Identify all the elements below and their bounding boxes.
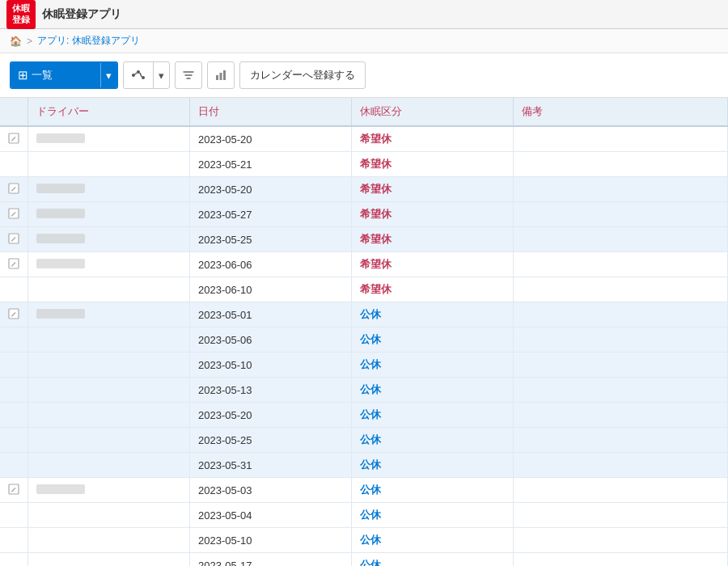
row-edit-icon[interactable] xyxy=(8,133,19,146)
type-cell: 公休 xyxy=(352,478,514,503)
row-edit-icon[interactable] xyxy=(8,484,19,497)
table-content: ドライバー 日付 休眠区分 備考 2023-05-20希望休2023-05-21… xyxy=(0,98,728,566)
row-edit-cell xyxy=(0,277,28,302)
row-edit-cell xyxy=(0,126,28,152)
date-cell: 2023-05-17 xyxy=(190,553,352,567)
type-cell: 公休 xyxy=(352,428,514,453)
date-cell: 2023-06-10 xyxy=(190,277,352,302)
row-edit-icon[interactable] xyxy=(8,234,19,247)
type-cell: 希望休 xyxy=(352,252,514,277)
svg-line-4 xyxy=(140,73,142,77)
table-scroll-container[interactable]: ドライバー 日付 休眠区分 備考 2023-05-20希望休2023-05-21… xyxy=(0,98,728,566)
row-edit-cell xyxy=(0,227,28,252)
date-cell: 2023-05-10 xyxy=(190,353,352,378)
graph-icon xyxy=(124,62,153,88)
driver-cell xyxy=(28,353,190,378)
table-row: 2023-06-06希望休 xyxy=(0,252,728,277)
row-edit-icon[interactable] xyxy=(8,259,19,272)
svg-rect-6 xyxy=(220,73,222,80)
bar-chart-icon xyxy=(214,69,227,82)
date-cell: 2023-05-03 xyxy=(190,478,352,503)
note-cell xyxy=(514,428,728,453)
svg-rect-5 xyxy=(216,75,218,80)
date-cell: 2023-05-06 xyxy=(190,327,352,353)
svg-line-3 xyxy=(135,73,137,74)
driver-cell xyxy=(28,202,190,227)
type-cell: 公休 xyxy=(352,453,514,478)
date-cell: 2023-05-20 xyxy=(190,126,352,152)
driver-cell xyxy=(28,503,190,528)
date-cell: 2023-05-25 xyxy=(190,227,352,252)
filter-button[interactable] xyxy=(175,61,202,89)
table-row: 2023-05-25希望休 xyxy=(0,227,728,252)
table-row: 2023-05-20希望休 xyxy=(0,177,728,202)
note-cell xyxy=(514,152,728,177)
driver-cell xyxy=(28,428,190,453)
table-row: 2023-05-20公休 xyxy=(0,403,728,428)
note-cell xyxy=(514,528,728,553)
table-row: 2023-05-31公休 xyxy=(0,453,728,478)
col-edit xyxy=(0,98,28,126)
col-date: 日付 xyxy=(190,98,352,126)
bar-chart-button[interactable] xyxy=(207,61,235,89)
app-icon: 休暇 登録 xyxy=(6,0,36,29)
type-cell: 公休 xyxy=(352,403,514,428)
col-driver: ドライバー xyxy=(28,98,190,126)
driver-cell xyxy=(28,327,190,353)
note-cell xyxy=(514,227,728,252)
graph-button[interactable]: ▾ xyxy=(123,61,170,89)
row-edit-icon[interactable] xyxy=(8,184,19,196)
note-cell xyxy=(514,503,728,528)
breadcrumb: 🏠 > アプリ: 休眠登録アプリ xyxy=(0,29,728,53)
type-cell: 公休 xyxy=(352,302,514,327)
view-dropdown-button[interactable]: ▾ xyxy=(100,63,116,87)
driver-cell xyxy=(28,453,190,478)
view-list-button[interactable]: ⊞ 一覧 xyxy=(11,63,100,87)
note-cell xyxy=(514,252,728,277)
home-icon[interactable]: 🏠 xyxy=(10,36,22,47)
table-row: 2023-05-04公休 xyxy=(0,503,728,528)
note-cell xyxy=(514,202,728,227)
note-cell xyxy=(514,378,728,403)
note-cell xyxy=(514,177,728,202)
driver-cell xyxy=(28,126,190,152)
list-grid-icon: ⊞ xyxy=(18,68,28,82)
calendar-register-button[interactable]: カレンダーへ登録する xyxy=(239,61,366,89)
date-cell: 2023-05-20 xyxy=(190,403,352,428)
driver-cell xyxy=(28,528,190,553)
col-note: 備考 xyxy=(514,98,728,126)
table-row: 2023-05-06公休 xyxy=(0,327,728,353)
driver-cell xyxy=(28,478,190,503)
row-edit-cell xyxy=(0,553,28,567)
table-row: 2023-05-10公休 xyxy=(0,528,728,553)
app-header: 休暇 登録 休眠登録アプリ xyxy=(0,0,728,29)
table-row: 2023-05-27希望休 xyxy=(0,202,728,227)
table-row: 2023-05-20希望休 xyxy=(0,126,728,152)
type-cell: 公休 xyxy=(352,553,514,567)
type-cell: 希望休 xyxy=(352,277,514,302)
row-edit-cell xyxy=(0,453,28,478)
row-edit-cell xyxy=(0,353,28,378)
breadcrumb-app-link[interactable]: アプリ: 休眠登録アプリ xyxy=(37,34,140,48)
date-cell: 2023-05-21 xyxy=(190,152,352,177)
data-table: ドライバー 日付 休眠区分 備考 2023-05-20希望休2023-05-21… xyxy=(0,98,728,566)
row-edit-icon[interactable] xyxy=(8,209,19,222)
toolbar: ⊞ 一覧 ▾ ▾ xyxy=(0,53,728,98)
type-cell: 希望休 xyxy=(352,126,514,152)
table-row: 2023-06-10希望休 xyxy=(0,277,728,302)
note-cell xyxy=(514,277,728,302)
row-edit-cell xyxy=(0,478,28,503)
row-edit-icon[interactable] xyxy=(8,309,19,322)
type-cell: 公休 xyxy=(352,353,514,378)
app-title: 休眠登録アプリ xyxy=(42,7,121,22)
table-row: 2023-05-21希望休 xyxy=(0,152,728,177)
driver-cell xyxy=(28,403,190,428)
date-cell: 2023-05-04 xyxy=(190,503,352,528)
date-cell: 2023-06-06 xyxy=(190,252,352,277)
view-selector[interactable]: ⊞ 一覧 ▾ xyxy=(10,61,118,89)
driver-cell xyxy=(28,177,190,202)
graph-dropdown-button[interactable]: ▾ xyxy=(153,62,169,88)
driver-cell xyxy=(28,302,190,327)
type-cell: 希望休 xyxy=(352,152,514,177)
date-cell: 2023-05-25 xyxy=(190,428,352,453)
